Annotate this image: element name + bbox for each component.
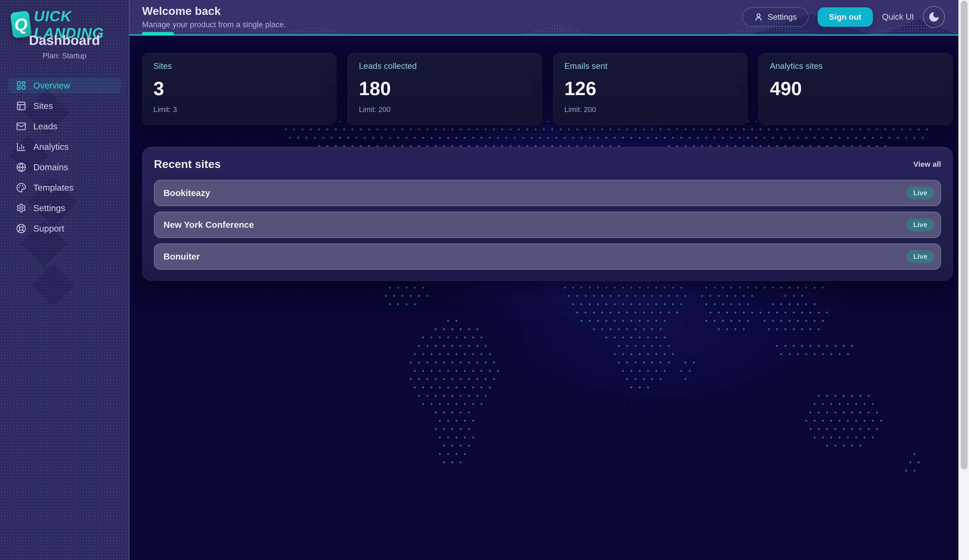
site-name: Bookiteazy bbox=[163, 188, 210, 198]
sidebar-title: Dashboard bbox=[0, 32, 129, 48]
dashboard-grid-icon bbox=[16, 80, 26, 91]
header-actions: Settings Sign out Quick UI bbox=[743, 6, 945, 28]
sidebar-item-label: Support bbox=[33, 223, 64, 234]
stat-card-limit: Limit: 200 bbox=[564, 105, 736, 114]
sidebar-item-label: Templates bbox=[33, 183, 74, 193]
sidebar-item-label: Analytics bbox=[33, 142, 68, 152]
user-icon bbox=[754, 12, 763, 22]
stat-card-label: Leads collected bbox=[359, 61, 530, 71]
sidebar-item-analytics[interactable]: Analytics bbox=[8, 139, 121, 155]
sidebar-item-templates[interactable]: Templates bbox=[8, 180, 121, 196]
sidebar-item-domains[interactable]: Domains bbox=[8, 160, 121, 175]
sidebar-item-label: Sites bbox=[33, 101, 53, 111]
site-row-bonuiter[interactable]: Bonuiter Live bbox=[154, 243, 941, 270]
stat-card-label: Emails sent bbox=[564, 61, 736, 71]
stat-card-leads: Leads collected 180 Limit: 200 bbox=[348, 53, 542, 125]
stat-card-analytics: Analytics sites 490 bbox=[759, 53, 953, 125]
dashboard-page: { "colors": { "accent_teal": "#2dd4c8", … bbox=[0, 0, 969, 560]
site-name: Bonuiter bbox=[163, 251, 200, 262]
view-all-link[interactable]: View all bbox=[913, 160, 941, 168]
page-title: Welcome back bbox=[142, 5, 221, 18]
sidebar-item-label: Leads bbox=[33, 121, 57, 131]
stat-card-limit: Limit: 3 bbox=[153, 105, 325, 114]
sidebar-item-leads[interactable]: Leads bbox=[8, 118, 121, 134]
sidebar-item-label: Domains bbox=[33, 162, 68, 172]
main-content: Sites 3 Limit: 3 Leads collected 180 Lim… bbox=[130, 37, 958, 560]
site-row-bookiteazy[interactable]: Bookiteazy Live bbox=[154, 180, 941, 206]
status-badge: Live bbox=[906, 186, 934, 199]
stat-card-value: 180 bbox=[359, 77, 530, 100]
status-badge: Live bbox=[906, 218, 934, 231]
page-subtitle: Manage your product from a single place. bbox=[142, 20, 286, 29]
stat-card-emails: Emails sent 126 Limit: 200 bbox=[553, 53, 748, 125]
scrollbar-track bbox=[958, 0, 969, 560]
settings-button[interactable]: Settings bbox=[743, 7, 809, 27]
sidebar-item-settings[interactable]: Settings bbox=[8, 200, 121, 216]
theme-toggle-button[interactable] bbox=[923, 6, 945, 28]
stat-cards-row: Sites 3 Limit: 3 Leads collected 180 Lim… bbox=[142, 53, 953, 125]
gear-icon bbox=[16, 203, 26, 213]
layout-window-icon bbox=[16, 101, 26, 111]
site-name: New York Conference bbox=[163, 220, 254, 230]
stat-card-sites: Sites 3 Limit: 3 bbox=[142, 53, 336, 125]
status-badge: Live bbox=[906, 250, 934, 263]
mail-icon bbox=[16, 121, 26, 131]
stat-card-limit: Limit: 200 bbox=[359, 105, 530, 114]
plan-label: Plan: Startup bbox=[0, 52, 129, 60]
recent-sites-header: Recent sites View all bbox=[154, 158, 941, 171]
scrollbar-thumb[interactable] bbox=[961, 1, 967, 469]
sidebar-item-support[interactable]: Support bbox=[8, 221, 121, 236]
sign-out-button[interactable]: Sign out bbox=[817, 7, 873, 27]
recent-sites-panel: Recent sites View all Bookiteazy Live Ne… bbox=[142, 147, 953, 281]
life-buoy-icon bbox=[16, 223, 26, 234]
recent-sites-title: Recent sites bbox=[154, 158, 221, 171]
recent-sites-list: Bookiteazy Live New York Conference Live… bbox=[154, 180, 941, 270]
stat-card-value: 126 bbox=[564, 77, 736, 100]
sidebar-item-label: Settings bbox=[33, 203, 65, 213]
sidebar-item-overview[interactable]: Overview bbox=[8, 78, 121, 93]
moon-icon bbox=[928, 11, 940, 23]
top-header: Welcome back Manage your product from a … bbox=[130, 0, 958, 36]
sidebar-diamond-decoration bbox=[32, 264, 75, 306]
sidebar-nav: Overview Sites Leads Analytics Doma bbox=[0, 78, 129, 241]
stat-card-value: 490 bbox=[770, 77, 941, 100]
brand-label: Quick UI bbox=[882, 12, 914, 22]
sidebar: Q UICK LANDING Dashboard Plan: Startup O… bbox=[0, 0, 130, 560]
globe-icon bbox=[16, 162, 26, 172]
palette-icon bbox=[16, 183, 26, 193]
sidebar-item-label: Overview bbox=[33, 80, 70, 91]
stat-card-label: Sites bbox=[153, 61, 325, 71]
stat-card-value: 3 bbox=[153, 77, 325, 100]
settings-button-label: Settings bbox=[768, 12, 797, 22]
sidebar-item-sites[interactable]: Sites bbox=[8, 98, 121, 114]
active-tab-indicator bbox=[142, 32, 174, 35]
bar-chart-icon bbox=[16, 142, 26, 152]
stat-card-label: Analytics sites bbox=[770, 61, 941, 71]
site-row-new-york-conference[interactable]: New York Conference Live bbox=[154, 212, 941, 238]
